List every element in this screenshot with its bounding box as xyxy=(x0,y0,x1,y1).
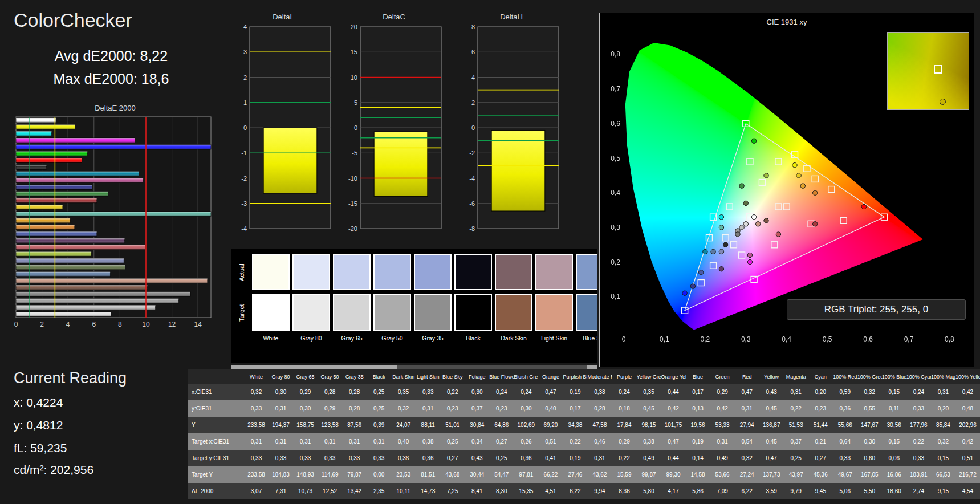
table-cell: 0,32 xyxy=(391,400,416,417)
actual-swatch xyxy=(535,254,573,290)
table-cell: 16,86 xyxy=(882,466,906,483)
table-cell: 30,84 xyxy=(465,417,489,433)
measurement-table: WhiteGray 80Gray 65Gray 50Gray 35BlackDa… xyxy=(188,369,980,499)
table-row-label: Target x:CIE31 xyxy=(188,433,244,450)
table-cell: 0,17 xyxy=(563,400,587,417)
table-cell: 0,47 xyxy=(759,450,784,466)
table-cell: 0,32 xyxy=(857,384,882,400)
table-cell: 23,53 xyxy=(391,466,416,483)
table-cell: 0,14 xyxy=(686,450,710,466)
table-cell: 12,52 xyxy=(318,483,342,499)
table-cell: 5,06 xyxy=(833,483,857,499)
table-cell: 0,06 xyxy=(882,450,906,466)
table-cell: 0,21 xyxy=(808,433,833,450)
table-column-header: Yellow Green xyxy=(637,369,661,384)
delta-range-box xyxy=(374,132,428,196)
deltae-chart-plot: 02468101214 xyxy=(7,113,223,343)
table-cell: 7,09 xyxy=(710,483,735,499)
swatch-name-label: Dark Skin xyxy=(495,335,532,347)
table-cell: 147,67 xyxy=(857,417,882,433)
table-cell: 3,59 xyxy=(759,483,784,499)
svg-text:20: 20 xyxy=(351,23,357,30)
table-column-header: Gray 65 xyxy=(293,369,318,384)
svg-text:-3: -3 xyxy=(241,200,247,207)
table-cell: 0,28 xyxy=(342,400,367,417)
target-swatch xyxy=(414,294,452,331)
svg-text:5: 5 xyxy=(354,99,357,106)
table-cell: 194,37 xyxy=(269,417,293,433)
table-cell: 0,30 xyxy=(857,433,882,450)
actual-swatch xyxy=(292,254,330,290)
table-cell: 0,25 xyxy=(489,450,514,466)
table-cell: 6,22 xyxy=(563,483,587,499)
target-swatch xyxy=(373,294,411,331)
table-cell: 53,66 xyxy=(710,466,735,483)
table-cell: 79,87 xyxy=(342,466,367,483)
table-cell: 0,29 xyxy=(710,384,735,400)
svg-text:1: 1 xyxy=(243,99,247,106)
table-column-header: 100% Red xyxy=(833,369,857,384)
delta-c-chart: DeltaC 20151050-5-10-15-20 xyxy=(341,13,447,242)
table-cell: 8,36 xyxy=(612,483,636,499)
table-cell: 7,31 xyxy=(269,483,293,499)
table-cell: 0,20 xyxy=(808,384,833,400)
table-cell: 102,69 xyxy=(514,417,538,433)
svg-text:2: 2 xyxy=(40,320,44,328)
svg-text:0: 0 xyxy=(622,335,626,343)
target-swatch xyxy=(454,294,492,331)
table-cell: 0,44 xyxy=(661,450,686,466)
table-cell: 0,25 xyxy=(367,384,391,400)
table-cell: 9,94 xyxy=(587,483,612,499)
swatch-name-label: Black xyxy=(454,335,492,347)
table-cell: 0,27 xyxy=(489,433,514,450)
table-cell: 0,59 xyxy=(833,384,857,400)
svg-text:15: 15 xyxy=(351,48,357,55)
table-cell: 0,15 xyxy=(931,450,955,466)
table-cell: 0,18 xyxy=(612,400,636,417)
svg-text:0,7: 0,7 xyxy=(904,335,914,343)
table-cell: 88,11 xyxy=(416,417,440,433)
table-cell: 27,94 xyxy=(735,417,759,433)
table-cell: 0,24 xyxy=(489,384,514,400)
table-cell: 45,36 xyxy=(808,466,833,483)
table-cell: 0,25 xyxy=(367,400,391,417)
table-cell: 0,29 xyxy=(293,384,318,400)
svg-text:-5: -5 xyxy=(352,149,357,156)
table-cell: 0,42 xyxy=(661,400,686,417)
table-cell: 0,31 xyxy=(784,384,808,400)
svg-text:0,2: 0,2 xyxy=(701,335,710,343)
table-column-header: Green xyxy=(710,369,735,384)
table-cell: 0,42 xyxy=(955,384,980,400)
table-cell: 43,62 xyxy=(587,466,612,483)
table-cell: 5,80 xyxy=(637,483,661,499)
table-cell: 0,31 xyxy=(587,450,612,466)
table-row-label: y:CIE31 xyxy=(188,400,244,417)
table-column-header: Purple xyxy=(612,369,636,384)
table-cell: 3,07 xyxy=(244,483,269,499)
table-cell: 0,33 xyxy=(293,450,318,466)
actual-swatch xyxy=(373,254,411,290)
table-cell: 0,23 xyxy=(808,400,833,417)
delta-chart-title: DeltaC xyxy=(341,13,447,22)
table-cell: 8,30 xyxy=(489,483,514,499)
svg-text:0,2: 0,2 xyxy=(611,258,620,266)
actual-swatch xyxy=(252,254,290,290)
table-cell: 0,22 xyxy=(563,433,587,450)
svg-text:0,8: 0,8 xyxy=(611,50,620,58)
table-cell: 0,49 xyxy=(710,450,735,466)
table-cell: 0,23 xyxy=(489,400,514,417)
table-cell: 177,96 xyxy=(906,417,931,433)
table-column-header: 100% Magenta xyxy=(931,369,955,384)
svg-text:2: 2 xyxy=(243,74,247,81)
table-cell: 0,43 xyxy=(465,450,489,466)
table-column-header: Orange xyxy=(538,369,563,384)
table-column-header: Bluish Green xyxy=(514,369,538,384)
table-cell: 98,15 xyxy=(637,417,661,433)
table-cell: 0,11 xyxy=(882,400,906,417)
table-column-header: Light Skin xyxy=(416,369,440,384)
table-row: Target x:CIE310,310,310,310,310,310,310,… xyxy=(188,433,980,450)
current-reading-fl: fL: 59,235 xyxy=(14,441,67,455)
table-cell: 148,93 xyxy=(293,466,318,483)
table-cell: 0,24 xyxy=(612,384,636,400)
swatch-name-label: Gray 35 xyxy=(414,335,452,347)
